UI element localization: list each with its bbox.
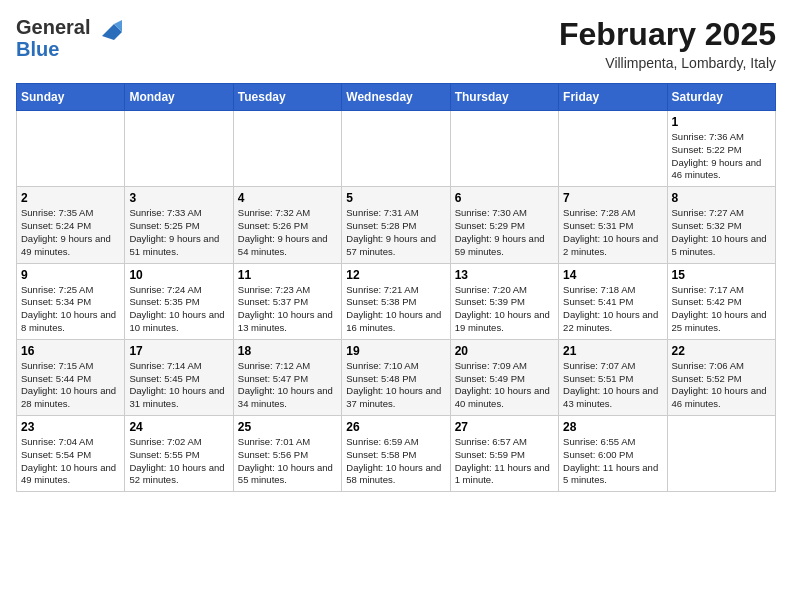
- day-info: Sunrise: 7:35 AM Sunset: 5:24 PM Dayligh…: [21, 207, 120, 258]
- calendar-cell: 12Sunrise: 7:21 AM Sunset: 5:38 PM Dayli…: [342, 263, 450, 339]
- day-info: Sunrise: 7:23 AM Sunset: 5:37 PM Dayligh…: [238, 284, 337, 335]
- day-number: 25: [238, 420, 337, 434]
- calendar-cell: 26Sunrise: 6:59 AM Sunset: 5:58 PM Dayli…: [342, 416, 450, 492]
- day-info: Sunrise: 7:02 AM Sunset: 5:55 PM Dayligh…: [129, 436, 228, 487]
- calendar-cell: [125, 111, 233, 187]
- day-info: Sunrise: 7:10 AM Sunset: 5:48 PM Dayligh…: [346, 360, 445, 411]
- calendar-cell: 20Sunrise: 7:09 AM Sunset: 5:49 PM Dayli…: [450, 339, 558, 415]
- calendar-cell: [342, 111, 450, 187]
- day-info: Sunrise: 7:25 AM Sunset: 5:34 PM Dayligh…: [21, 284, 120, 335]
- weekday-header: Tuesday: [233, 84, 341, 111]
- day-number: 10: [129, 268, 228, 282]
- calendar-cell: 6Sunrise: 7:30 AM Sunset: 5:29 PM Daylig…: [450, 187, 558, 263]
- calendar-cell: 15Sunrise: 7:17 AM Sunset: 5:42 PM Dayli…: [667, 263, 775, 339]
- weekday-header: Sunday: [17, 84, 125, 111]
- calendar-cell: [450, 111, 558, 187]
- day-number: 27: [455, 420, 554, 434]
- calendar-cell: 7Sunrise: 7:28 AM Sunset: 5:31 PM Daylig…: [559, 187, 667, 263]
- day-number: 3: [129, 191, 228, 205]
- calendar-cell: [233, 111, 341, 187]
- day-info: Sunrise: 7:21 AM Sunset: 5:38 PM Dayligh…: [346, 284, 445, 335]
- day-number: 22: [672, 344, 771, 358]
- calendar-cell: 14Sunrise: 7:18 AM Sunset: 5:41 PM Dayli…: [559, 263, 667, 339]
- weekday-header: Friday: [559, 84, 667, 111]
- day-info: Sunrise: 7:18 AM Sunset: 5:41 PM Dayligh…: [563, 284, 662, 335]
- day-info: Sunrise: 7:15 AM Sunset: 5:44 PM Dayligh…: [21, 360, 120, 411]
- weekday-header: Thursday: [450, 84, 558, 111]
- calendar-cell: 17Sunrise: 7:14 AM Sunset: 5:45 PM Dayli…: [125, 339, 233, 415]
- day-number: 26: [346, 420, 445, 434]
- day-number: 6: [455, 191, 554, 205]
- day-info: Sunrise: 7:04 AM Sunset: 5:54 PM Dayligh…: [21, 436, 120, 487]
- day-number: 19: [346, 344, 445, 358]
- day-info: Sunrise: 7:12 AM Sunset: 5:47 PM Dayligh…: [238, 360, 337, 411]
- day-info: Sunrise: 7:09 AM Sunset: 5:49 PM Dayligh…: [455, 360, 554, 411]
- day-info: Sunrise: 7:36 AM Sunset: 5:22 PM Dayligh…: [672, 131, 771, 182]
- day-info: Sunrise: 7:20 AM Sunset: 5:39 PM Dayligh…: [455, 284, 554, 335]
- day-number: 28: [563, 420, 662, 434]
- logo-icon: [94, 16, 126, 48]
- weekday-header: Saturday: [667, 84, 775, 111]
- day-number: 14: [563, 268, 662, 282]
- day-info: Sunrise: 6:57 AM Sunset: 5:59 PM Dayligh…: [455, 436, 554, 487]
- day-number: 16: [21, 344, 120, 358]
- calendar-cell: 5Sunrise: 7:31 AM Sunset: 5:28 PM Daylig…: [342, 187, 450, 263]
- day-number: 1: [672, 115, 771, 129]
- day-number: 21: [563, 344, 662, 358]
- weekday-header: Wednesday: [342, 84, 450, 111]
- calendar-cell: 13Sunrise: 7:20 AM Sunset: 5:39 PM Dayli…: [450, 263, 558, 339]
- logo-general: General: [16, 16, 90, 38]
- day-info: Sunrise: 7:07 AM Sunset: 5:51 PM Dayligh…: [563, 360, 662, 411]
- day-number: 13: [455, 268, 554, 282]
- logo-blue: Blue: [16, 38, 90, 60]
- month-title: February 2025: [559, 16, 776, 53]
- calendar-cell: [667, 416, 775, 492]
- day-info: Sunrise: 6:55 AM Sunset: 6:00 PM Dayligh…: [563, 436, 662, 487]
- calendar-cell: 18Sunrise: 7:12 AM Sunset: 5:47 PM Dayli…: [233, 339, 341, 415]
- day-number: 23: [21, 420, 120, 434]
- calendar-cell: 2Sunrise: 7:35 AM Sunset: 5:24 PM Daylig…: [17, 187, 125, 263]
- calendar-cell: 22Sunrise: 7:06 AM Sunset: 5:52 PM Dayli…: [667, 339, 775, 415]
- calendar-cell: 8Sunrise: 7:27 AM Sunset: 5:32 PM Daylig…: [667, 187, 775, 263]
- day-number: 11: [238, 268, 337, 282]
- day-info: Sunrise: 7:31 AM Sunset: 5:28 PM Dayligh…: [346, 207, 445, 258]
- day-number: 9: [21, 268, 120, 282]
- weekday-header: Monday: [125, 84, 233, 111]
- day-number: 15: [672, 268, 771, 282]
- day-info: Sunrise: 7:32 AM Sunset: 5:26 PM Dayligh…: [238, 207, 337, 258]
- calendar-cell: 11Sunrise: 7:23 AM Sunset: 5:37 PM Dayli…: [233, 263, 341, 339]
- day-number: 20: [455, 344, 554, 358]
- calendar-cell: [17, 111, 125, 187]
- calendar-cell: 16Sunrise: 7:15 AM Sunset: 5:44 PM Dayli…: [17, 339, 125, 415]
- calendar-cell: 24Sunrise: 7:02 AM Sunset: 5:55 PM Dayli…: [125, 416, 233, 492]
- day-number: 2: [21, 191, 120, 205]
- day-info: Sunrise: 7:30 AM Sunset: 5:29 PM Dayligh…: [455, 207, 554, 258]
- day-number: 4: [238, 191, 337, 205]
- day-number: 5: [346, 191, 445, 205]
- page-header: General Blue February 2025 Villimpenta, …: [16, 16, 776, 71]
- day-number: 8: [672, 191, 771, 205]
- day-info: Sunrise: 6:59 AM Sunset: 5:58 PM Dayligh…: [346, 436, 445, 487]
- calendar-cell: 28Sunrise: 6:55 AM Sunset: 6:00 PM Dayli…: [559, 416, 667, 492]
- day-number: 24: [129, 420, 228, 434]
- day-info: Sunrise: 7:33 AM Sunset: 5:25 PM Dayligh…: [129, 207, 228, 258]
- calendar-cell: 23Sunrise: 7:04 AM Sunset: 5:54 PM Dayli…: [17, 416, 125, 492]
- calendar-cell: 27Sunrise: 6:57 AM Sunset: 5:59 PM Dayli…: [450, 416, 558, 492]
- day-number: 12: [346, 268, 445, 282]
- calendar-cell: 4Sunrise: 7:32 AM Sunset: 5:26 PM Daylig…: [233, 187, 341, 263]
- day-info: Sunrise: 7:27 AM Sunset: 5:32 PM Dayligh…: [672, 207, 771, 258]
- logo: General Blue: [16, 16, 126, 60]
- day-number: 18: [238, 344, 337, 358]
- calendar-cell: 1Sunrise: 7:36 AM Sunset: 5:22 PM Daylig…: [667, 111, 775, 187]
- day-info: Sunrise: 7:17 AM Sunset: 5:42 PM Dayligh…: [672, 284, 771, 335]
- calendar-cell: 9Sunrise: 7:25 AM Sunset: 5:34 PM Daylig…: [17, 263, 125, 339]
- day-info: Sunrise: 7:06 AM Sunset: 5:52 PM Dayligh…: [672, 360, 771, 411]
- calendar-cell: 21Sunrise: 7:07 AM Sunset: 5:51 PM Dayli…: [559, 339, 667, 415]
- title-block: February 2025 Villimpenta, Lombardy, Ita…: [559, 16, 776, 71]
- day-number: 17: [129, 344, 228, 358]
- calendar-table: SundayMondayTuesdayWednesdayThursdayFrid…: [16, 83, 776, 492]
- calendar-cell: 3Sunrise: 7:33 AM Sunset: 5:25 PM Daylig…: [125, 187, 233, 263]
- location: Villimpenta, Lombardy, Italy: [559, 55, 776, 71]
- calendar-cell: [559, 111, 667, 187]
- calendar-cell: 10Sunrise: 7:24 AM Sunset: 5:35 PM Dayli…: [125, 263, 233, 339]
